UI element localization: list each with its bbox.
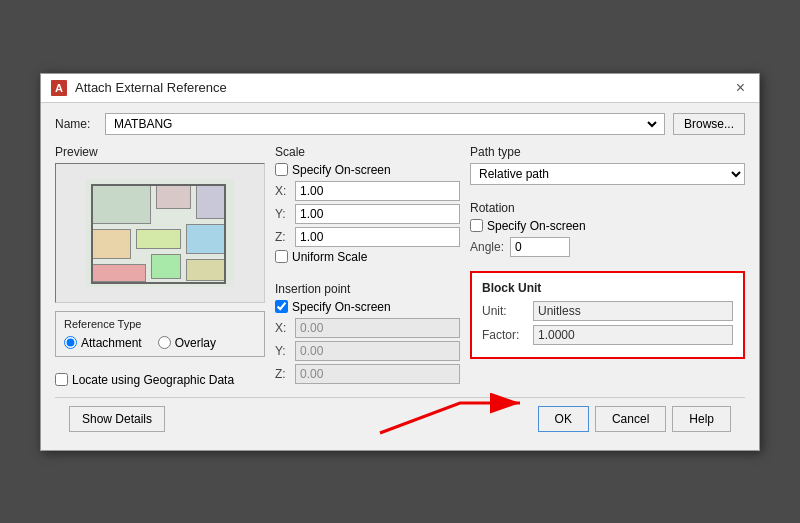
angle-row: Angle: bbox=[470, 237, 745, 257]
scale-x-row: X: bbox=[275, 181, 460, 201]
scale-x-label: X: bbox=[275, 184, 289, 198]
help-button[interactable]: Help bbox=[672, 406, 731, 432]
locate-checkbox[interactable] bbox=[55, 373, 68, 386]
factor-row: Factor: 1.0000 bbox=[482, 325, 733, 345]
locate-label: Locate using Geographic Data bbox=[72, 373, 234, 387]
attach-external-reference-dialog: A Attach External Reference × Name: MATB… bbox=[40, 73, 760, 451]
preview-section: Preview bbox=[55, 145, 265, 303]
close-button[interactable]: × bbox=[732, 80, 749, 96]
attachment-radio-item[interactable]: Attachment bbox=[64, 336, 142, 350]
insertion-x-label: X: bbox=[275, 321, 289, 335]
insertion-x-input[interactable] bbox=[295, 318, 460, 338]
left-panel: Preview bbox=[55, 145, 265, 387]
bottom-left: Show Details bbox=[69, 406, 165, 432]
locate-checkbox-row[interactable]: Locate using Geographic Data bbox=[55, 373, 265, 387]
scale-specify-label: Specify On-screen bbox=[292, 163, 391, 177]
scale-x-input[interactable] bbox=[295, 181, 460, 201]
insertion-y-row: Y: bbox=[275, 341, 460, 361]
show-details-button[interactable]: Show Details bbox=[69, 406, 165, 432]
title-bar: A Attach External Reference × bbox=[41, 74, 759, 103]
name-combo[interactable]: MATBANG bbox=[105, 113, 665, 135]
radio-row: Attachment Overlay bbox=[64, 336, 256, 350]
insertion-z-label: Z: bbox=[275, 367, 289, 381]
app-icon: A bbox=[51, 80, 67, 96]
bottom-bar: Show Details OK Cancel Help bbox=[55, 397, 745, 440]
insertion-specify-checkbox[interactable] bbox=[275, 300, 288, 313]
title-bar-left: A Attach External Reference bbox=[51, 80, 227, 96]
preview-area bbox=[55, 163, 265, 303]
factor-value: 1.0000 bbox=[533, 325, 733, 345]
rotation-specify-label: Specify On-screen bbox=[487, 219, 586, 233]
path-type-select[interactable]: Full pathRelative pathNo path bbox=[470, 163, 745, 185]
reference-type-section: Reference Type Attachment Overlay bbox=[55, 311, 265, 357]
scale-y-label: Y: bbox=[275, 207, 289, 221]
scale-specify-row: Specify On-screen bbox=[275, 163, 460, 177]
rotation-specify-checkbox[interactable] bbox=[470, 219, 483, 232]
insertion-specify-row: Specify On-screen bbox=[275, 300, 460, 314]
name-label: Name: bbox=[55, 117, 97, 131]
scale-y-input[interactable] bbox=[295, 204, 460, 224]
middle-panel: Scale Specify On-screen X: Y: bbox=[275, 145, 460, 387]
angle-label: Angle: bbox=[470, 240, 504, 254]
insertion-x-row: X: bbox=[275, 318, 460, 338]
unit-value: Unitless bbox=[533, 301, 733, 321]
dialog-body: Name: MATBANG Browse... Preview bbox=[41, 103, 759, 450]
uniform-scale-label: Uniform Scale bbox=[292, 250, 367, 264]
rotation-specify-row: Specify On-screen bbox=[470, 219, 745, 233]
name-select[interactable]: MATBANG bbox=[110, 116, 660, 132]
scale-specify-checkbox[interactable] bbox=[275, 163, 288, 176]
attachment-label: Attachment bbox=[81, 336, 142, 350]
uniform-scale-checkbox[interactable] bbox=[275, 250, 288, 263]
rotation-label: Rotation bbox=[470, 201, 745, 215]
name-row: Name: MATBANG Browse... bbox=[55, 113, 745, 135]
uniform-scale-row: Uniform Scale bbox=[275, 250, 460, 264]
preview-label: Preview bbox=[55, 145, 265, 159]
overlay-radio-item[interactable]: Overlay bbox=[158, 336, 216, 350]
scale-z-row: Z: bbox=[275, 227, 460, 247]
insertion-point-section: Insertion point Specify On-screen X: Y: bbox=[275, 282, 460, 387]
right-panel: Path type Full pathRelative pathNo path … bbox=[470, 145, 745, 387]
factor-label: Factor: bbox=[482, 328, 527, 342]
block-unit-section: Block Unit Unit: Unitless Factor: 1.0000 bbox=[470, 271, 745, 359]
bottom-right: OK Cancel Help bbox=[538, 406, 731, 432]
path-type-label: Path type bbox=[470, 145, 745, 159]
scale-y-row: Y: bbox=[275, 204, 460, 224]
reference-type-label: Reference Type bbox=[64, 318, 256, 330]
insertion-specify-label: Specify On-screen bbox=[292, 300, 391, 314]
ok-button[interactable]: OK bbox=[538, 406, 589, 432]
attachment-radio[interactable] bbox=[64, 336, 77, 349]
overlay-radio[interactable] bbox=[158, 336, 171, 349]
angle-input[interactable] bbox=[510, 237, 570, 257]
insertion-z-input[interactable] bbox=[295, 364, 460, 384]
insertion-point-label: Insertion point bbox=[275, 282, 460, 296]
scale-label: Scale bbox=[275, 145, 460, 159]
cancel-button[interactable]: Cancel bbox=[595, 406, 666, 432]
scale-z-input[interactable] bbox=[295, 227, 460, 247]
cad-preview bbox=[86, 179, 234, 287]
scale-z-label: Z: bbox=[275, 230, 289, 244]
dialog-title: Attach External Reference bbox=[75, 80, 227, 95]
browse-button[interactable]: Browse... bbox=[673, 113, 745, 135]
block-unit-title: Block Unit bbox=[482, 281, 733, 295]
path-type-section: Path type Full pathRelative pathNo path bbox=[470, 145, 745, 185]
scale-section: Scale Specify On-screen X: Y: bbox=[275, 145, 460, 268]
rotation-section: Rotation Specify On-screen Angle: bbox=[470, 201, 745, 257]
unit-row: Unit: Unitless bbox=[482, 301, 733, 321]
overlay-label: Overlay bbox=[175, 336, 216, 350]
main-content: Preview bbox=[55, 145, 745, 387]
insertion-y-input[interactable] bbox=[295, 341, 460, 361]
unit-label: Unit: bbox=[482, 304, 527, 318]
insertion-z-row: Z: bbox=[275, 364, 460, 384]
insertion-y-label: Y: bbox=[275, 344, 289, 358]
